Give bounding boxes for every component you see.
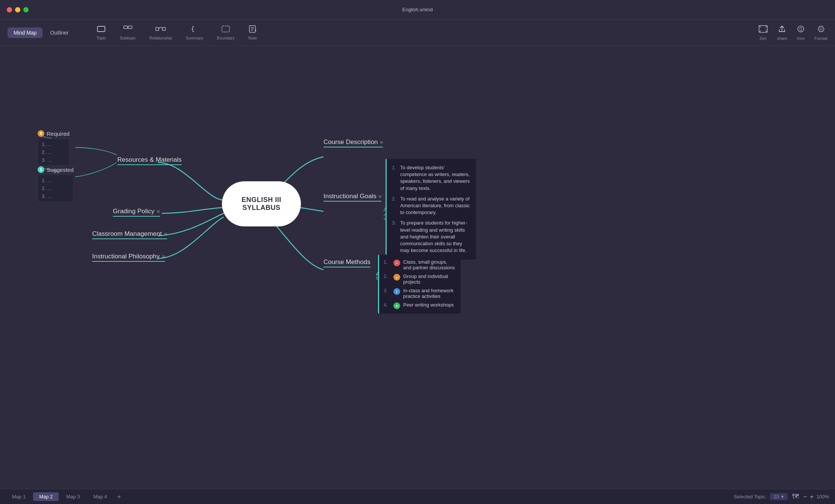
minimize-button[interactable]: [15, 7, 20, 12]
philosophy-note-icon: ≡: [162, 254, 165, 260]
course-description-label: Course Description ≡: [323, 138, 383, 147]
icon-tool-icon: [796, 25, 805, 35]
boundary-icon: [221, 25, 230, 34]
branch-philosophy[interactable]: Instructional Philosophy ≡: [92, 253, 165, 262]
tool-topic[interactable]: Topic: [90, 23, 113, 43]
relationship-icon: [155, 25, 166, 34]
titlebar: English.xmind: [0, 0, 835, 20]
bottombar-right: Selected Topic: 23 ▾ 🗺 − + 100%: [734, 493, 829, 501]
svg-rect-5: [162, 27, 165, 30]
share-icon: [778, 25, 786, 35]
add-map-button[interactable]: +: [115, 492, 124, 501]
tool-format[interactable]: Format: [814, 25, 827, 41]
toolbar-tools: Topic Subtopic Relationship { } Summary …: [90, 23, 758, 43]
selected-topic-label: Selected Topic:: [734, 494, 767, 499]
method-3-text: In-class and homework practice activitie…: [403, 288, 456, 299]
required-item-1: 1. …: [41, 140, 66, 148]
svg-rect-1: [124, 26, 128, 29]
tool-boundary[interactable]: Boundary: [210, 23, 241, 43]
map-tab-3[interactable]: Map 3: [60, 492, 86, 501]
branch-instructional-goals[interactable]: Instructional Goals ≡ 1. To develop stud…: [323, 193, 381, 205]
zoom-controls: − + 100%: [803, 493, 829, 500]
goal-item-2: 2. To read and analyse a variety of Amer…: [392, 194, 471, 218]
tool-topic-label: Topic: [97, 36, 106, 40]
method-3-icon: ℹ: [393, 288, 400, 295]
branch-grading[interactable]: Grading Policy ≡: [113, 208, 160, 217]
tool-share[interactable]: share: [777, 25, 788, 41]
mindmap-canvas[interactable]: ENGLISH III SYLLABUS Course Description …: [0, 46, 835, 489]
method-4: 4. ✚ Peer writing workshops: [384, 301, 456, 311]
grading-text: Grading Policy ≡: [113, 208, 160, 217]
branch-resources[interactable]: Resources & Materials: [117, 156, 182, 165]
central-line1: ENGLISH III: [241, 196, 281, 204]
topic-count-chevron: ▾: [781, 494, 784, 499]
branch-classroom[interactable]: Classroom Management ≡: [92, 230, 167, 239]
instructional-goals-label: Instructional Goals ≡: [323, 193, 381, 202]
course-methods-text: Course Methods: [323, 258, 370, 266]
method-2: 2. ● Group and individual projects: [384, 272, 456, 286]
required-item-3: 3. …: [41, 156, 66, 164]
map-icon: 🗺: [792, 493, 799, 501]
svg-rect-7: [222, 26, 229, 32]
close-button[interactable]: [7, 7, 12, 12]
selected-topic-info: Selected Topic: 23 ▾: [734, 493, 788, 500]
classroom-text: Classroom Management ≡: [92, 230, 167, 239]
tool-summary-label: Summary: [186, 36, 203, 40]
branch-course-description[interactable]: Course Description ≡: [323, 138, 383, 150]
svg-rect-4: [156, 27, 159, 30]
course-description-note-icon: ≡: [380, 140, 383, 145]
suggested-label: S Suggested: [38, 166, 74, 173]
group-suggested[interactable]: S Suggested 1. … 2. … 3. …: [38, 166, 74, 202]
method-2-text: Group and individual projects: [403, 273, 456, 285]
tool-subtopic-label: Subtopic: [120, 36, 136, 40]
zoom-level: 100%: [817, 494, 829, 499]
method-1-icon: ✕: [393, 260, 400, 266]
tool-zen-label: Zen: [759, 36, 767, 41]
maximize-button[interactable]: [23, 7, 29, 12]
tool-icon[interactable]: Icon: [796, 25, 805, 41]
svg-marker-17: [820, 28, 823, 30]
svg-rect-2: [128, 26, 132, 29]
window-controls: [7, 7, 29, 12]
svg-point-14: [799, 29, 800, 29]
subtopic-icon: [123, 25, 132, 34]
zoom-in-button[interactable]: +: [810, 493, 813, 500]
instructional-goals-items: 1. To develop students' competence as wr…: [386, 159, 476, 260]
method-4-icon: ✚: [393, 302, 400, 309]
zoom-out-button[interactable]: −: [803, 493, 807, 500]
tool-relationship[interactable]: Relationship: [143, 23, 179, 43]
note-icon: [248, 25, 257, 34]
tool-subtopic[interactable]: Subtopic: [113, 23, 143, 43]
map-tab-4[interactable]: Map 4: [87, 492, 113, 501]
bottombar: Map 1 Map 2 Map 3 Map 4 + Selected Topic…: [0, 489, 835, 504]
branch-course-methods[interactable]: Course Methods 1. ✕ Class, small groups,…: [323, 258, 370, 271]
topic-count-value: 23: [774, 494, 779, 499]
map-tab-2[interactable]: Map 2: [33, 492, 59, 501]
goal-3-text: To prepare students for higher-level rea…: [400, 220, 471, 254]
group-required[interactable]: R Required 1. … 2. … 3. …: [38, 130, 70, 166]
topic-count-badge[interactable]: 23 ▾: [770, 493, 788, 500]
suggested-badge: S: [38, 166, 44, 173]
svg-point-13: [798, 26, 804, 32]
required-label: R Required: [38, 130, 70, 137]
tab-mindmap[interactable]: Mind Map: [8, 27, 43, 38]
zen-icon: [758, 25, 768, 35]
instructional-goals-note-icon: ≡: [379, 194, 382, 199]
classroom-note-icon: ≡: [164, 231, 167, 237]
tool-zen[interactable]: Zen: [758, 25, 768, 41]
central-node[interactable]: ENGLISH III SYLLABUS: [222, 181, 301, 226]
goal-2-text: To read and analyse a variety of America…: [400, 196, 471, 216]
tool-note[interactable]: Note: [241, 23, 264, 43]
toolbar: Mind Map Outliner Topic Subtopic Relatio…: [0, 20, 835, 46]
philosophy-text: Instructional Philosophy ≡: [92, 253, 165, 262]
suggested-items: 1. … 2. … 3. …: [38, 175, 74, 202]
tool-boundary-label: Boundary: [217, 36, 235, 40]
method-3: 3. ℹ In-class and homework practice acti…: [384, 286, 456, 301]
map-tab-1[interactable]: Map 1: [6, 492, 32, 501]
tool-summary[interactable]: { } Summary: [179, 23, 210, 43]
suggested-item-3: 3. …: [41, 192, 70, 200]
method-1-text: Class, small groups, and partner discuss…: [403, 259, 456, 270]
central-line2: SYLLABUS: [241, 204, 281, 212]
tab-outliner[interactable]: Outliner: [44, 27, 74, 38]
required-items: 1. … 2. … 3. …: [38, 138, 70, 166]
